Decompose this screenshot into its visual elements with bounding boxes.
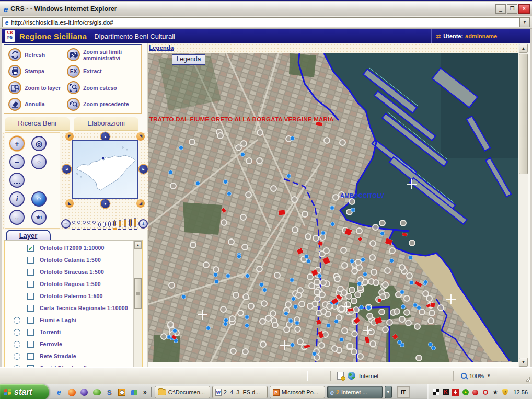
pan-south-button[interactable]: ▼ [101,199,110,208]
pan-west-button[interactable]: ◄ [62,165,71,174]
heritage-site-marker[interactable] [217,132,224,139]
scale-step-9[interactable] [118,220,121,230]
heritage-site-marker[interactable] [270,185,277,192]
minimize-button[interactable]: _ [495,4,506,14]
layer-checkbox[interactable] [27,305,34,312]
point-marker-blue[interactable] [413,303,418,307]
heritage-site-marker[interactable] [399,264,406,271]
close-button[interactable]: × [518,4,530,14]
layer-checkbox[interactable] [27,281,34,288]
point-marker-blue[interactable] [223,322,228,326]
heritage-site-marker[interactable] [349,287,355,293]
heritage-site-marker[interactable] [305,233,311,240]
red-ball-icon[interactable] [471,389,479,396]
scale-steps[interactable] [71,218,138,230]
messenger-icon[interactable] [130,387,139,397]
shield-icon[interactable]: ! [501,389,509,396]
point-marker-blue[interactable] [397,340,402,345]
scale-plus-button[interactable]: + [138,219,148,229]
heritage-site-marker[interactable] [168,282,175,289]
scale-step-7[interactable] [108,221,111,230]
toolbar-button-zoom-esteso[interactable]: Zoom esteso [67,79,140,96]
toolbar-button-zoom-sui-limiti-amministrativi[interactable]: Zoom sui limiti amministrativi [67,47,140,63]
heritage-site-marker[interactable] [320,279,327,286]
point-marker-blue[interactable] [262,288,267,292]
map-viewport[interactable]: Legenda TRATTO DAL FIUME ORETO ALLA BORG… [148,53,518,362]
heritage-site-marker[interactable] [427,317,434,324]
point-marker-blue[interactable] [326,323,331,328]
layer-scroll-up-icon[interactable]: ▲ [134,241,142,249]
swirl-icon[interactable]: S [105,387,114,397]
layer-radio[interactable] [14,353,20,360]
point-marker-blue[interactable] [195,181,200,186]
scroll-down-icon[interactable]: ▼ [519,358,528,367]
heritage-site-marker[interactable] [386,319,393,326]
heritage-site-marker[interactable] [331,345,338,352]
point-marker-blue[interactable] [288,318,293,323]
scale-step-5[interactable] [98,222,101,230]
heritage-site-marker[interactable] [257,129,263,136]
heritage-site-marker[interactable] [369,254,376,261]
scroll-thumb[interactable] [519,54,528,174]
point-marker-blue[interactable] [181,294,186,299]
red-k-icon[interactable]: K [442,389,449,396]
heritage-site-marker[interactable] [351,298,357,304]
toolbar-button-stampa[interactable]: Stampa [8,63,67,80]
tab-ricerca-beni[interactable]: Ricerca Beni [5,117,70,131]
heritage-site-marker[interactable] [382,281,389,288]
heritage-site-marker[interactable] [403,295,410,302]
task-button-1[interactable]: W2_4_3_ES.d... [212,386,268,398]
select-info-button[interactable]: ★i [31,210,47,225]
scale-step-12[interactable] [134,218,137,230]
pan-northwest-button[interactable]: ◤ [65,132,74,141]
heritage-site-marker[interactable] [256,266,263,272]
point-marker-blue[interactable] [423,280,428,284]
layer-checkbox[interactable] [27,293,34,300]
layer-checkbox[interactable] [27,257,34,264]
ie-icon[interactable]: e [54,387,64,397]
scale-step-4[interactable] [92,221,96,230]
heritage-site-marker[interactable] [332,194,339,201]
layer-checkbox[interactable] [27,329,34,336]
heritage-site-marker[interactable] [382,326,389,333]
point-marker-blue[interactable] [334,319,339,324]
heritage-site-marker[interactable] [340,247,347,254]
resize-grip[interactable] [523,368,532,384]
pan-southwest-button[interactable]: ◣ [65,199,74,208]
toolbar-button-extract[interactable]: EXExtract [67,63,140,80]
user-area[interactable]: ⇄ Utente: adminname [431,29,530,43]
point-marker-blue[interactable] [245,323,249,328]
point-marker-blue[interactable] [290,136,295,141]
heritage-site-marker[interactable] [414,323,421,330]
frog-icon[interactable] [92,387,101,397]
scale-step-1[interactable] [77,221,80,230]
heritage-site-marker[interactable] [354,291,361,298]
pan-southeast-button[interactable]: ◢ [136,199,145,208]
green-play-icon[interactable]: ▸ [461,389,469,396]
heritage-site-marker[interactable] [221,219,227,226]
point-marker-blue[interactable] [223,179,228,184]
heritage-site-marker[interactable] [213,266,219,273]
heritage-site-marker[interactable] [292,226,298,233]
full-extent-button[interactable] [9,173,25,188]
heritage-site-marker[interactable] [339,139,346,146]
pan-northeast-button[interactable]: ◥ [136,132,145,141]
layer-panel-tab[interactable]: Layer [6,230,51,241]
heritage-site-marker[interactable] [220,306,227,313]
task-group-caret-icon[interactable]: ▼ [385,386,392,398]
layer-checkbox[interactable]: ✓ [27,245,34,252]
point-marker-blue[interactable] [284,311,288,316]
point-marker-blue[interactable] [293,304,298,309]
firefox-icon[interactable] [67,387,76,397]
layer-scrollbar[interactable]: ▲ [133,241,142,367]
scroll-up-icon[interactable]: ▲ [519,44,528,53]
address-input[interactable]: e http://rischiosicilia.es-it.info/crs/g… [2,17,520,27]
scale-step-2[interactable] [83,221,86,230]
pan-east-button[interactable]: ► [139,165,148,174]
quick-launch-overflow-chevron[interactable]: » [142,389,148,396]
heritage-site-marker[interactable] [265,315,272,322]
layer-checkbox[interactable] [27,341,34,348]
zoom-in-button[interactable]: + [9,136,25,151]
flash-icon[interactable] [452,389,459,396]
toolbar-button-refresh[interactable]: Refresh [8,47,67,63]
